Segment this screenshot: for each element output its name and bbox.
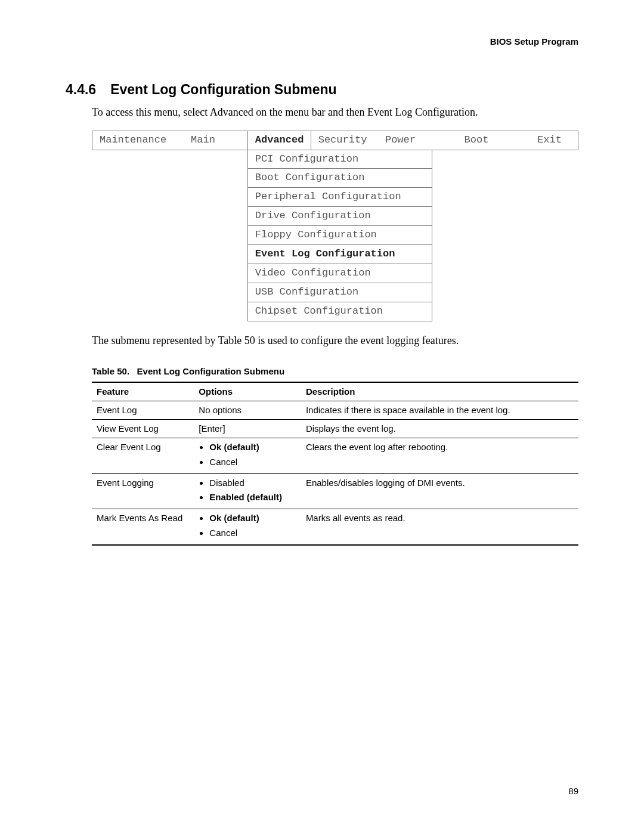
feature-cell: Mark Events As Read	[92, 509, 194, 545]
bios-submenu-row: Chipset Configuration	[92, 302, 578, 321]
post-figure-paragraph: The submenu represented by Table 50 is u…	[92, 333, 578, 348]
bios-submenu-row: PCI Configuration	[92, 150, 578, 169]
bios-submenu-pad-right	[432, 188, 578, 207]
header-options: Options	[194, 382, 301, 401]
options-cell: [Enter]	[194, 420, 301, 438]
bios-menu-figure: Maintenance Main Advanced Security Power…	[92, 131, 578, 321]
options-cell: No options	[194, 401, 301, 419]
table-row: Clear Event LogOk (default)CancelClears …	[92, 438, 578, 474]
table-row: Mark Events As ReadOk (default)CancelMar…	[92, 509, 578, 545]
feature-cell: View Event Log	[92, 420, 194, 438]
bios-tab-main-label: Main	[191, 134, 215, 145]
bios-submenu-pad-right	[432, 169, 578, 188]
bios-submenu-pad-right	[432, 302, 578, 321]
bios-submenu-pad-right	[432, 283, 578, 302]
bios-tab-advanced: Advanced	[247, 131, 311, 150]
feature-table: Feature Options Description Event LogNo …	[92, 382, 578, 546]
bios-submenu-pad	[92, 302, 248, 321]
bios-submenu-pad-right	[432, 245, 578, 264]
bios-tab-exit-label: Exit	[537, 134, 562, 145]
table-row: Event LogNo optionsIndicates if there is…	[92, 401, 578, 419]
intro-paragraph: To access this menu, select Advanced on …	[92, 105, 578, 119]
bios-tab-row: Maintenance Main Advanced Security Power…	[92, 131, 578, 150]
table-row: View Event Log[Enter]Displays the event …	[92, 420, 578, 438]
options-list: Ok (default)Cancel	[199, 512, 296, 539]
bios-submenu-pad	[92, 245, 248, 264]
bios-tab-rest: Security Power Boot Exit	[311, 131, 578, 150]
bios-submenu-pad-right	[432, 226, 578, 245]
table-caption-number: Table 50.	[92, 366, 129, 376]
option-item: Ok (default)	[209, 441, 296, 453]
bios-submenu-pad	[92, 283, 248, 302]
bios-submenu-row: Floppy Configuration	[92, 226, 578, 245]
option-item: Cancel	[209, 527, 296, 539]
bios-submenu-pad	[92, 207, 248, 226]
bios-submenu-item: Floppy Configuration	[247, 226, 432, 245]
bios-tab-boot-label: Boot	[465, 134, 489, 145]
feature-cell: Clear Event Log	[92, 438, 194, 474]
running-head: BIOS Setup Program	[66, 36, 578, 48]
bios-submenu-item: Drive Configuration	[247, 207, 432, 226]
bios-submenu-item: PCI Configuration	[247, 150, 432, 169]
table-caption-title: Event Log Configuration Submenu	[137, 366, 285, 376]
section-number: 4.4.6	[66, 80, 96, 99]
options-list: DisabledEnabled (default)	[199, 477, 296, 504]
bios-tab-security-label: Security	[318, 134, 367, 145]
feature-cell: Event Logging	[92, 473, 194, 509]
description-cell: Displays the event log.	[301, 420, 578, 438]
bios-submenu-pad-right	[432, 150, 578, 169]
bios-submenu-row: Boot Configuration	[92, 169, 578, 188]
bios-submenu-item: Boot Configuration	[247, 169, 432, 188]
description-cell: Enables/disables logging of DMI events.	[301, 473, 578, 509]
description-cell: Clears the event log after rebooting.	[301, 438, 578, 474]
table-caption: Table 50. Event Log Configuration Submen…	[92, 366, 578, 377]
options-cell: Ok (default)Cancel	[194, 438, 301, 474]
bios-submenu-item: Event Log Configuration	[247, 245, 432, 264]
bios-tab-maintenance: Maintenance Main	[92, 131, 248, 150]
options-list: Ok (default)Cancel	[199, 441, 296, 468]
options-cell: DisabledEnabled (default)	[194, 473, 301, 509]
bios-tab-power-label: Power	[385, 134, 416, 145]
bios-submenu-row: Drive Configuration	[92, 207, 578, 226]
bios-submenu-pad	[92, 188, 248, 207]
bios-menu-table: Maintenance Main Advanced Security Power…	[92, 131, 578, 321]
bios-submenu-pad	[92, 150, 248, 169]
bios-submenu-item: Video Configuration	[247, 264, 432, 283]
header-description: Description	[301, 382, 578, 401]
bios-submenu-pad-right	[432, 207, 578, 226]
bios-submenu-item: Chipset Configuration	[247, 302, 432, 321]
bios-tab-maintenance-label: Maintenance	[100, 134, 166, 145]
bios-submenu-pad	[92, 226, 248, 245]
bios-submenu-pad	[92, 264, 248, 283]
description-cell: Indicates if there is space available in…	[301, 401, 578, 419]
header-feature: Feature	[92, 382, 194, 401]
bios-submenu-pad-right	[432, 264, 578, 283]
section-heading: 4.4.6Event Log Configuration Submenu	[66, 80, 578, 99]
bios-submenu-row: Video Configuration	[92, 264, 578, 283]
bios-submenu-row: Event Log Configuration	[92, 245, 578, 264]
bios-submenu-row: USB Configuration	[92, 283, 578, 302]
option-item: Enabled (default)	[209, 491, 296, 503]
section-title: Event Log Configuration Submenu	[110, 82, 336, 97]
option-item: Disabled	[209, 477, 296, 489]
feature-table-header-row: Feature Options Description	[92, 382, 578, 401]
feature-cell: Event Log	[92, 401, 194, 419]
description-cell: Marks all events as read.	[301, 509, 578, 545]
options-cell: Ok (default)Cancel	[194, 509, 301, 545]
option-item: Ok (default)	[209, 512, 296, 524]
bios-submenu-row: Peripheral Configuration	[92, 188, 578, 207]
option-item: Cancel	[209, 456, 296, 468]
table-row: Event LoggingDisabledEnabled (default)En…	[92, 473, 578, 509]
bios-submenu-pad	[92, 169, 248, 188]
bios-submenu-item: USB Configuration	[247, 283, 432, 302]
bios-submenu-item: Peripheral Configuration	[247, 188, 432, 207]
